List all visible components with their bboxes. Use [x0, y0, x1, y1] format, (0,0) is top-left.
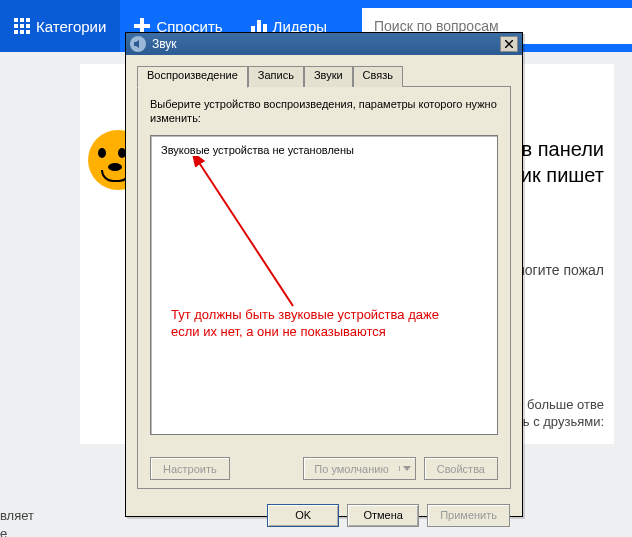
properties-button[interactable]: Свойства — [424, 457, 498, 480]
ok-button[interactable]: OK — [267, 504, 339, 527]
svg-rect-4 — [20, 24, 24, 28]
svg-rect-0 — [14, 18, 18, 22]
tab-sounds[interactable]: Звуки — [304, 66, 353, 88]
nav-categories-label: Категории — [36, 18, 106, 35]
sound-dialog: Звук Воспроизведение Запись Звуки Связь … — [125, 32, 523, 517]
question-title-frag1: в панели — [522, 138, 604, 161]
tab-panel: Выберите устройство воспроизведения, пар… — [137, 87, 511, 489]
svg-rect-2 — [26, 18, 30, 22]
set-default-button[interactable]: По умолчанию — [303, 457, 415, 480]
tab-communications[interactable]: Связь — [353, 66, 403, 88]
svg-rect-5 — [26, 24, 30, 28]
dialog-titlebar[interactable]: Звук — [126, 33, 522, 55]
apply-button[interactable]: Применить — [427, 504, 510, 527]
cancel-button[interactable]: Отмена — [347, 504, 419, 527]
panel-hint: Выберите устройство воспроизведения, пар… — [150, 97, 498, 125]
grid-icon — [14, 18, 30, 34]
device-list-message: Звуковые устройства не установлены — [161, 144, 354, 156]
annotation-arrow — [173, 156, 323, 316]
dialog-title: Звук — [152, 37, 177, 51]
question-title-frag2: ик пишет — [521, 164, 604, 187]
bottom-text-frag: вляет е , а ется. — [0, 507, 34, 537]
svg-rect-1 — [20, 18, 24, 22]
svg-rect-6 — [14, 30, 18, 34]
svg-rect-8 — [26, 30, 30, 34]
configure-button[interactable]: Настроить — [150, 457, 230, 480]
close-button[interactable] — [500, 36, 518, 52]
annotation-text: Тут должны быть звуковые устройства даже… — [171, 306, 471, 340]
svg-rect-3 — [14, 24, 18, 28]
svg-line-14 — [198, 161, 293, 306]
nav-categories[interactable]: Категории — [0, 0, 120, 52]
tab-recording[interactable]: Запись — [248, 66, 304, 88]
svg-rect-7 — [20, 30, 24, 34]
dialog-tabs: Воспроизведение Запись Звуки Связь — [137, 65, 511, 87]
dialog-button-row: OK Отмена Применить — [126, 497, 522, 533]
set-default-label: По умолчанию — [304, 463, 398, 475]
tab-playback[interactable]: Воспроизведение — [137, 66, 248, 88]
panel-button-row: Настроить По умолчанию Свойства — [150, 457, 498, 480]
svg-rect-10 — [134, 24, 150, 28]
device-list[interactable]: Звуковые устройства не установлены Тут д… — [150, 135, 498, 435]
speaker-icon — [130, 36, 146, 52]
chevron-down-icon[interactable] — [399, 466, 415, 471]
more-answers-frag: ть больше отве — [511, 397, 604, 412]
share-frag: сь с друзьями: — [516, 414, 604, 429]
